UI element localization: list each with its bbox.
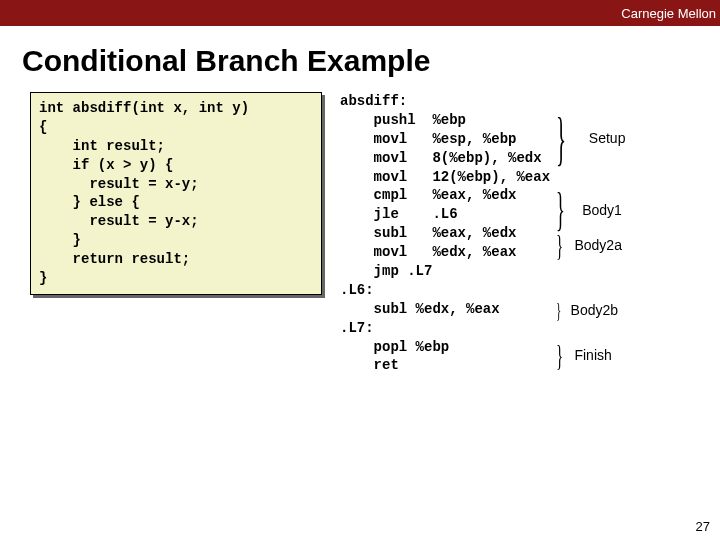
annot-setup: } Setup: [556, 120, 625, 156]
annot-body2b: } Body2b: [556, 302, 618, 318]
annot-body2a: } Body2a: [556, 236, 622, 254]
annot-label: Setup: [589, 130, 626, 146]
c-code-block: int absdiff(int x, int y) { int result; …: [30, 92, 322, 295]
annot-label: Finish: [574, 347, 611, 363]
asm-wrap: absdiff: pushl %ebp movl %esp, %ebp movl…: [340, 92, 648, 375]
top-banner: Carnegie Mellon: [0, 0, 720, 26]
annot-label: Body2b: [571, 302, 618, 318]
annot-label: Body2a: [574, 237, 621, 253]
annot-finish: } Finish: [556, 346, 612, 364]
banner-label: Carnegie Mellon: [621, 6, 716, 21]
brace-icon: }: [556, 303, 561, 316]
annot-body1: } Body1: [556, 196, 622, 224]
slide-content: int absdiff(int x, int y) { int result; …: [0, 92, 720, 375]
brace-icon: }: [556, 346, 563, 364]
brace-icon: }: [556, 236, 563, 254]
page-number: 27: [696, 519, 710, 534]
brace-icon: }: [556, 120, 566, 156]
brace-icon: }: [556, 196, 565, 224]
slide-title: Conditional Branch Example: [0, 26, 720, 92]
asm-code-block: absdiff: pushl %ebp movl %esp, %ebp movl…: [340, 92, 550, 375]
annot-label: Body1: [582, 202, 622, 218]
